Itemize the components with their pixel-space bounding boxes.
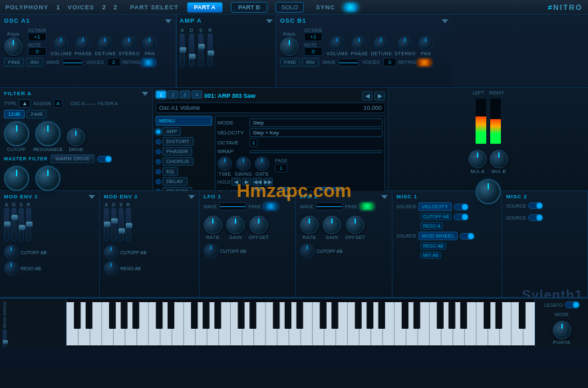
me1-cutoff-knob[interactable] [4,245,19,260]
step-btn-1[interactable]: 1 [156,91,166,98]
seq-prev-btn[interactable]: ◀ [362,91,372,100]
octave-value-b1[interactable]: +1 [304,33,323,41]
lfo2-gain-knob[interactable] [323,216,341,234]
misc1-velocity-btn[interactable]: VELOCITY [418,202,452,211]
hold-prev-btn[interactable]: ◀ [231,178,241,186]
lfo1-gain-knob[interactable] [226,216,245,234]
hold-next-btn[interactable]: ▶ [242,178,251,186]
part-a-button[interactable]: PART A [187,2,223,13]
lfo1-rate-knob[interactable] [204,216,222,234]
misc1-modwheel-toggle[interactable] [460,233,474,240]
lfo2-offset-knob[interactable] [346,216,365,234]
wrap-dropdown[interactable] [249,150,382,153]
resonance2-knob[interactable] [35,166,61,191]
inv-btn-b1[interactable]: INV [302,58,319,67]
phaser-btn[interactable]: PHASER [162,147,192,156]
misc1-modwheel-btn[interactable]: MOD WHEEL [418,232,458,240]
resonance-knob[interactable] [35,121,61,146]
step-btn-3[interactable]: 3 [180,91,190,98]
velocity-dropdown[interactable]: Step + Key [249,128,382,137]
lfo1-offset-knob[interactable] [249,216,268,234]
delay-btn[interactable]: DELAY [162,177,188,186]
me2-cutoff-knob[interactable] [104,245,118,260]
amp-release-fader[interactable] [208,33,213,67]
type-dropdown[interactable]: ▲ [19,99,31,108]
gate-knob[interactable] [255,156,269,171]
chorus-indicator[interactable] [156,159,161,164]
distort-indicator[interactable] [156,139,161,144]
legato-toggle[interactable] [565,301,579,308]
hold-add-btn[interactable]: ◀◀ [253,178,262,186]
mix-a-knob[interactable] [468,150,487,168]
lfo1-cutoff-knob[interactable] [204,244,218,258]
step-btn-2[interactable]: 2 [168,91,178,98]
chorus-btn[interactable]: CHORUS [162,157,194,166]
cutoff-knob[interactable] [4,121,29,146]
misc1-cutoff-toggle[interactable] [454,214,468,220]
voices-value-a1[interactable]: 2 [107,58,120,67]
fine-btn-a1[interactable]: FINE [4,58,24,67]
lfo2-rate-knob[interactable] [300,216,319,234]
me2-attack-fader[interactable] [104,208,109,241]
volume-knob-a1[interactable] [54,36,69,51]
osc-a1-expand[interactable] [165,19,172,23]
phase-knob-b1[interactable] [352,36,367,51]
amp-sustain-fader[interactable] [198,33,204,67]
warm-drive-toggle[interactable] [97,156,112,162]
porta-knob[interactable] [553,321,571,339]
slope-12db[interactable]: 12dB [4,110,25,118]
page-value[interactable]: 1 [275,164,287,172]
mod-env1-expand[interactable] [88,195,95,199]
voices-value-b1[interactable]: 0 [383,58,396,67]
wave-display-b1[interactable] [339,59,359,67]
me2-sustain-fader[interactable] [118,208,124,241]
stereo-knob-a1[interactable] [122,36,136,51]
fine-btn-b1[interactable]: FINE [280,58,300,67]
octave-value[interactable]: +1 [28,33,47,41]
misc1-mix-ab-btn[interactable]: MIX AB [420,252,441,259]
osc-b1-expand[interactable] [442,19,448,23]
lfo2-free-led[interactable] [361,203,374,210]
me2-decay-fader[interactable] [111,208,116,241]
misc1-reso-a-btn[interactable]: RESO A [420,222,443,230]
delay-indicator[interactable] [156,179,161,184]
pan-knob-b1[interactable] [418,36,433,51]
lfo2-expand[interactable] [381,195,388,199]
amp-attack-fader[interactable] [180,33,185,67]
lfo2-cutoff-knob[interactable] [300,244,315,258]
filter-a-expand[interactable] [142,92,148,96]
hold-remove-btn[interactable]: ▶▶ [263,178,273,186]
time-knob[interactable] [218,156,232,171]
swing-knob[interactable] [236,156,251,171]
pitch-knob-b1[interactable] [280,37,299,56]
phase-knob-a1[interactable] [76,36,90,51]
note-value[interactable]: 0 [28,47,47,56]
me1-reso-knob[interactable] [4,261,19,276]
inv-btn-a1[interactable]: INV [26,58,43,67]
stereo-knob-b1[interactable] [398,36,412,51]
slope-24db[interactable]: 24dB [27,110,47,118]
misc1-reso-ab-btn[interactable]: RESO AB [420,242,446,250]
arp-indicator[interactable] [156,129,161,134]
distort-btn[interactable]: DISTORT [162,137,194,146]
warm-drive-btn[interactable]: WARM DRIVE [51,154,94,163]
amp-decay-fader[interactable] [189,33,194,67]
octave-seq-value[interactable]: 1 [249,138,257,147]
me1-attack-fader[interactable] [4,208,9,241]
me2-reso-knob[interactable] [104,261,118,276]
pitch-knob[interactable] [4,37,23,56]
misc2-toggle2[interactable] [528,214,543,221]
lfo2-wave-display[interactable] [316,202,343,210]
master-knob[interactable] [476,179,501,204]
detune-knob-b1[interactable] [374,36,388,51]
retrig-led-b1[interactable] [418,59,431,66]
assign-value[interactable]: A [54,99,63,108]
cutoff2-knob[interactable] [4,166,29,191]
solo-button[interactable]: SOLO [275,2,304,13]
pitch-bend-fader[interactable] [3,329,7,347]
pan-knob-a1[interactable] [142,36,157,51]
mix-b-knob[interactable] [490,150,508,168]
eq-btn[interactable]: EQ [162,167,178,176]
amp-expand[interactable] [266,19,273,23]
lfo1-wave-display[interactable] [220,202,246,210]
